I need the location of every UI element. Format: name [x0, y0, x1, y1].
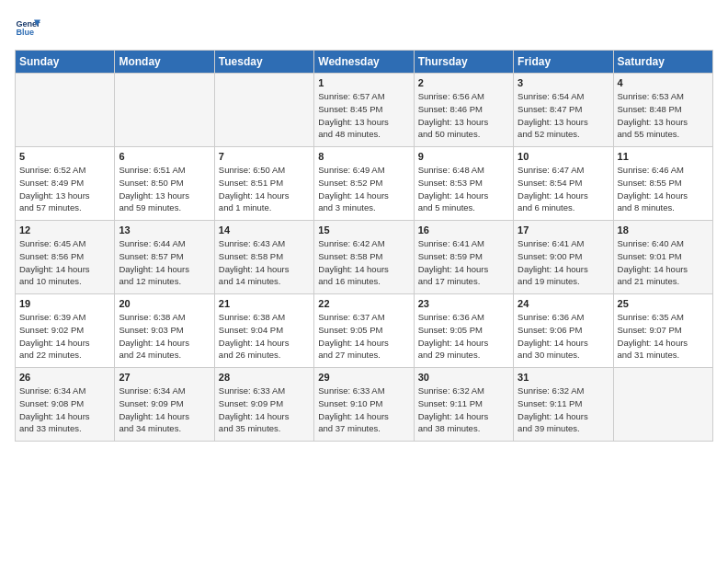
day-info: Sunrise: 6:33 AM Sunset: 9:09 PM Dayligh…	[219, 385, 310, 435]
calendar-cell: 27Sunrise: 6:34 AM Sunset: 9:09 PM Dayli…	[115, 368, 214, 442]
day-info: Sunrise: 6:39 AM Sunset: 9:02 PM Dayligh…	[19, 311, 110, 362]
day-info: Sunrise: 6:34 AM Sunset: 9:08 PM Dayligh…	[19, 385, 110, 435]
day-number: 30	[418, 372, 509, 383]
day-info: Sunrise: 6:37 AM Sunset: 9:05 PM Dayligh…	[318, 311, 409, 362]
calendar-cell: 19Sunrise: 6:39 AM Sunset: 9:02 PM Dayli…	[16, 294, 115, 368]
day-number: 18	[618, 224, 709, 236]
calendar-cell: 3Sunrise: 6:54 AM Sunset: 8:47 PM Daylig…	[514, 74, 613, 147]
calendar-cell: 24Sunrise: 6:36 AM Sunset: 9:06 PM Dayli…	[514, 294, 613, 368]
calendar-cell: 18Sunrise: 6:40 AM Sunset: 9:01 PM Dayli…	[613, 221, 712, 294]
day-number: 22	[318, 298, 409, 309]
calendar-cell: 6Sunrise: 6:51 AM Sunset: 8:50 PM Daylig…	[115, 147, 214, 221]
calendar-cell: 20Sunrise: 6:38 AM Sunset: 9:03 PM Dayli…	[115, 294, 214, 368]
calendar-cell: 14Sunrise: 6:43 AM Sunset: 8:58 PM Dayli…	[214, 221, 313, 294]
weekday-header: Friday	[514, 51, 613, 74]
logo: General Blue	[15, 15, 44, 40]
day-info: Sunrise: 6:46 AM Sunset: 8:55 PM Dayligh…	[618, 164, 709, 214]
day-info: Sunrise: 6:32 AM Sunset: 9:11 PM Dayligh…	[418, 385, 509, 435]
day-number: 16	[418, 224, 509, 236]
calendar-header: SundayMondayTuesdayWednesdayThursdayFrid…	[16, 51, 713, 74]
calendar-cell: 22Sunrise: 6:37 AM Sunset: 9:05 PM Dayli…	[314, 294, 414, 368]
day-info: Sunrise: 6:45 AM Sunset: 8:56 PM Dayligh…	[19, 237, 110, 288]
calendar-cell: 23Sunrise: 6:36 AM Sunset: 9:05 PM Dayli…	[414, 294, 513, 368]
day-info: Sunrise: 6:33 AM Sunset: 9:10 PM Dayligh…	[318, 385, 409, 435]
day-info: Sunrise: 6:50 AM Sunset: 8:51 PM Dayligh…	[219, 164, 310, 214]
calendar-cell: 11Sunrise: 6:46 AM Sunset: 8:55 PM Dayli…	[613, 147, 712, 221]
calendar-week-row: 19Sunrise: 6:39 AM Sunset: 9:02 PM Dayli…	[16, 294, 713, 368]
calendar-week-row: 1Sunrise: 6:57 AM Sunset: 8:45 PM Daylig…	[16, 74, 713, 147]
day-info: Sunrise: 6:52 AM Sunset: 8:49 PM Dayligh…	[19, 164, 110, 214]
calendar-cell: 10Sunrise: 6:47 AM Sunset: 8:54 PM Dayli…	[514, 147, 613, 221]
day-info: Sunrise: 6:53 AM Sunset: 8:48 PM Dayligh…	[618, 90, 709, 141]
day-info: Sunrise: 6:57 AM Sunset: 8:45 PM Dayligh…	[318, 90, 409, 141]
calendar-cell	[613, 368, 712, 442]
calendar-cell	[214, 74, 313, 147]
day-number: 4	[618, 77, 709, 88]
day-info: Sunrise: 6:41 AM Sunset: 9:00 PM Dayligh…	[518, 237, 609, 288]
day-info: Sunrise: 6:47 AM Sunset: 8:54 PM Dayligh…	[518, 164, 609, 214]
day-info: Sunrise: 6:41 AM Sunset: 8:59 PM Dayligh…	[418, 237, 509, 288]
calendar-cell: 2Sunrise: 6:56 AM Sunset: 8:46 PM Daylig…	[414, 74, 513, 147]
day-number: 20	[119, 298, 210, 309]
calendar-week-row: 26Sunrise: 6:34 AM Sunset: 9:08 PM Dayli…	[16, 368, 713, 442]
calendar-week-row: 12Sunrise: 6:45 AM Sunset: 8:56 PM Dayli…	[16, 221, 713, 294]
day-number: 19	[19, 298, 110, 309]
day-number: 28	[219, 372, 310, 383]
day-info: Sunrise: 6:36 AM Sunset: 9:06 PM Dayligh…	[518, 311, 609, 362]
day-number: 14	[219, 224, 310, 236]
page-header: General Blue	[15, 15, 713, 40]
calendar-cell: 31Sunrise: 6:32 AM Sunset: 9:11 PM Dayli…	[514, 368, 613, 442]
logo-icon: General Blue	[15, 15, 40, 40]
day-info: Sunrise: 6:35 AM Sunset: 9:07 PM Dayligh…	[618, 311, 709, 362]
weekday-header: Tuesday	[214, 51, 313, 74]
calendar-cell: 5Sunrise: 6:52 AM Sunset: 8:49 PM Daylig…	[16, 147, 115, 221]
day-info: Sunrise: 6:49 AM Sunset: 8:52 PM Dayligh…	[318, 164, 409, 214]
day-info: Sunrise: 6:48 AM Sunset: 8:53 PM Dayligh…	[418, 164, 509, 214]
day-number: 9	[418, 151, 509, 162]
day-info: Sunrise: 6:40 AM Sunset: 9:01 PM Dayligh…	[618, 237, 709, 288]
day-number: 11	[618, 151, 709, 162]
calendar-cell: 16Sunrise: 6:41 AM Sunset: 8:59 PM Dayli…	[414, 221, 513, 294]
day-number: 1	[318, 77, 409, 88]
calendar-cell: 30Sunrise: 6:32 AM Sunset: 9:11 PM Dayli…	[414, 368, 513, 442]
calendar-cell	[16, 74, 115, 147]
day-info: Sunrise: 6:51 AM Sunset: 8:50 PM Dayligh…	[119, 164, 210, 214]
calendar-cell: 15Sunrise: 6:42 AM Sunset: 8:58 PM Dayli…	[314, 221, 414, 294]
calendar-cell	[115, 74, 214, 147]
day-number: 21	[219, 298, 310, 309]
day-number: 27	[119, 372, 210, 383]
day-number: 15	[318, 224, 409, 236]
day-info: Sunrise: 6:34 AM Sunset: 9:09 PM Dayligh…	[119, 385, 210, 435]
day-info: Sunrise: 6:54 AM Sunset: 8:47 PM Dayligh…	[518, 90, 609, 141]
day-info: Sunrise: 6:38 AM Sunset: 9:04 PM Dayligh…	[219, 311, 310, 362]
day-number: 3	[518, 77, 609, 88]
calendar-table: SundayMondayTuesdayWednesdayThursdayFrid…	[15, 50, 713, 442]
calendar-cell: 1Sunrise: 6:57 AM Sunset: 8:45 PM Daylig…	[314, 74, 414, 147]
day-number: 7	[219, 151, 310, 162]
calendar-cell: 4Sunrise: 6:53 AM Sunset: 8:48 PM Daylig…	[613, 74, 712, 147]
day-number: 31	[518, 372, 609, 383]
day-info: Sunrise: 6:36 AM Sunset: 9:05 PM Dayligh…	[418, 311, 509, 362]
calendar-cell: 29Sunrise: 6:33 AM Sunset: 9:10 PM Dayli…	[314, 368, 414, 442]
day-number: 6	[119, 151, 210, 162]
weekday-header: Monday	[115, 51, 214, 74]
day-number: 12	[19, 224, 110, 236]
svg-text:Blue: Blue	[16, 28, 34, 37]
weekday-header: Saturday	[613, 51, 712, 74]
day-number: 24	[518, 298, 609, 309]
day-number: 5	[19, 151, 110, 162]
calendar-cell: 9Sunrise: 6:48 AM Sunset: 8:53 PM Daylig…	[414, 147, 513, 221]
weekday-header: Sunday	[16, 51, 115, 74]
calendar-body: 1Sunrise: 6:57 AM Sunset: 8:45 PM Daylig…	[16, 74, 713, 442]
calendar-cell: 7Sunrise: 6:50 AM Sunset: 8:51 PM Daylig…	[214, 147, 313, 221]
day-number: 10	[518, 151, 609, 162]
calendar-cell: 28Sunrise: 6:33 AM Sunset: 9:09 PM Dayli…	[214, 368, 313, 442]
day-info: Sunrise: 6:32 AM Sunset: 9:11 PM Dayligh…	[518, 385, 609, 435]
day-info: Sunrise: 6:56 AM Sunset: 8:46 PM Dayligh…	[418, 90, 509, 141]
calendar-cell: 17Sunrise: 6:41 AM Sunset: 9:00 PM Dayli…	[514, 221, 613, 294]
calendar-cell: 21Sunrise: 6:38 AM Sunset: 9:04 PM Dayli…	[214, 294, 313, 368]
calendar-cell: 8Sunrise: 6:49 AM Sunset: 8:52 PM Daylig…	[314, 147, 414, 221]
day-number: 29	[318, 372, 409, 383]
day-info: Sunrise: 6:42 AM Sunset: 8:58 PM Dayligh…	[318, 237, 409, 288]
day-number: 2	[418, 77, 509, 88]
